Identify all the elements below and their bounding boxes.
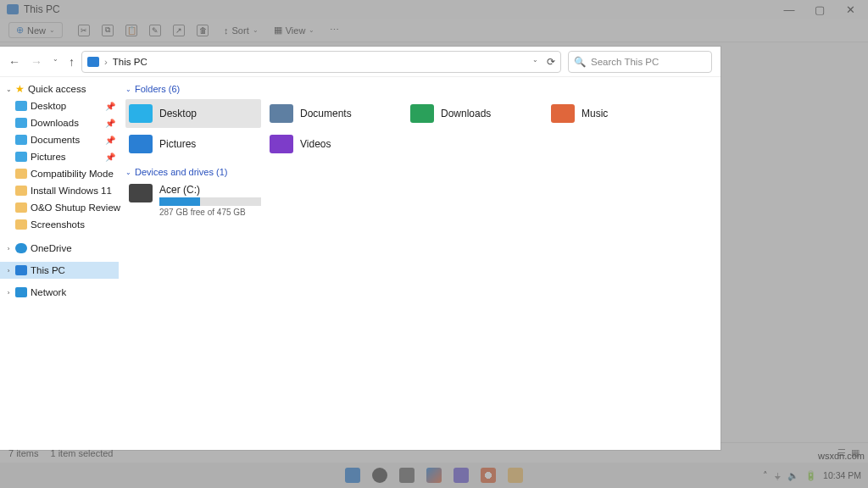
view-button[interactable]: ▦ View ⌄ [274, 25, 315, 36]
taskview-icon[interactable] [399, 468, 415, 483]
folder-large-icon [270, 135, 293, 153]
sidebar-item[interactable]: Compatibility Mode [0, 165, 119, 182]
folder-large-icon [129, 135, 153, 153]
sidebar-quick-access[interactable]: ⌄★ Quick access [0, 80, 119, 97]
folder-large-icon [270, 104, 293, 123]
minimize-button[interactable]: — [780, 3, 798, 16]
folder-icon [15, 101, 27, 111]
folder-icon [15, 202, 27, 213]
folder-item[interactable]: Pictures [125, 130, 261, 158]
thispc-icon [87, 57, 99, 67]
path-segment[interactable]: This PC [113, 57, 147, 67]
close-button[interactable]: ✕ [841, 3, 860, 16]
back-button[interactable]: ← [8, 55, 20, 69]
wifi-icon[interactable]: ⏚ [775, 470, 781, 480]
folder-large-icon [551, 104, 575, 123]
folder-large-icon [410, 104, 434, 123]
search-icon[interactable] [372, 468, 387, 483]
rename-icon[interactable]: ✎ [149, 25, 161, 36]
chat-icon[interactable] [453, 468, 469, 483]
folder-icon [15, 152, 27, 162]
pin-icon: 📌 [105, 119, 115, 128]
toolbar: ⊕ New ⌄ ✂ ⧉ 📋 ✎ ↗ 🗑 ↕ Sort ⌄ ▦ View ⌄ ⋯ [0, 19, 868, 42]
folder-large-icon [129, 104, 153, 123]
sidebar-item[interactable]: Desktop📌 [0, 97, 119, 114]
maximize-button[interactable]: ▢ [810, 3, 829, 16]
sidebar-thispc[interactable]: › This PC [0, 262, 119, 279]
clock[interactable]: 10:34 PM [823, 470, 861, 480]
pc-icon [15, 265, 27, 275]
folder-icon [15, 186, 27, 196]
network-icon [15, 287, 27, 297]
folder-icon [15, 169, 27, 179]
sidebar-item[interactable]: Pictures📌 [0, 148, 119, 165]
pin-icon: 📌 [105, 102, 115, 111]
titlebar: This PC — ▢ ✕ [0, 0, 868, 19]
pin-icon: 📌 [105, 136, 115, 145]
up-button[interactable]: ↑ [69, 55, 75, 69]
tray-chevron-icon[interactable]: ˄ [763, 470, 768, 480]
delete-icon[interactable]: 🗑 [197, 25, 209, 36]
watermark: wsxdn.com [818, 451, 865, 461]
pin-icon: 📌 [105, 152, 115, 162]
group-drives[interactable]: ⌄Devices and drives (1) [125, 167, 714, 177]
star-icon: ★ [15, 83, 25, 95]
cut-icon[interactable]: ✂ [78, 25, 90, 36]
sidebar-item[interactable]: Screenshots [0, 216, 119, 233]
folder-item[interactable]: Music [548, 99, 683, 128]
sidebar-item[interactable]: Documents📌 [0, 131, 119, 148]
folder-item[interactable]: Desktop [125, 99, 261, 128]
forward-button[interactable]: → [31, 55, 42, 69]
folder-item[interactable]: Videos [266, 130, 402, 158]
history-chevron-icon[interactable]: ⌄ [532, 56, 538, 68]
content: ⌄Folders (6) DesktopDocumentsDownloadsMu… [119, 77, 721, 450]
app-icon [7, 4, 19, 14]
start-icon[interactable] [345, 468, 360, 483]
folder-icon [15, 219, 27, 230]
copy-icon[interactable]: ⧉ [102, 25, 114, 36]
more-button[interactable]: ⋯ [330, 25, 339, 36]
battery-icon[interactable]: 🔋 [805, 470, 816, 481]
search-input[interactable]: 🔍 Search This PC [568, 51, 712, 73]
drive-item[interactable]: Acer (C:)287 GB free of 475 GB [125, 182, 261, 219]
sidebar: ⌄★ Quick access Desktop📌Downloads📌Docume… [0, 77, 119, 450]
new-button[interactable]: ⊕ New ⌄ [8, 22, 63, 38]
sidebar-item[interactable]: Install Windows 11 [0, 182, 119, 199]
address-bar[interactable]: › This PC ⌄ ⟳ [81, 51, 561, 73]
taskbar: ˄ ⏚ 🔈 🔋 10:34 PM [0, 463, 868, 488]
group-folders[interactable]: ⌄Folders (6) [125, 84, 714, 94]
sidebar-item[interactable]: O&O Shutup Review [0, 199, 119, 216]
folder-item[interactable]: Downloads [407, 99, 542, 128]
refresh-button[interactable]: ⟳ [547, 56, 555, 68]
sidebar-item[interactable]: Downloads📌 [0, 114, 119, 131]
folder-icon [15, 135, 27, 145]
share-icon[interactable]: ↗ [173, 25, 185, 36]
explorer-icon[interactable] [508, 468, 523, 483]
sidebar-network[interactable]: › Network [0, 284, 119, 301]
sort-button[interactable]: ↕ Sort ⌄ [224, 25, 259, 36]
chrome-icon[interactable] [481, 468, 496, 483]
search-icon: 🔍 [574, 56, 586, 68]
sidebar-onedrive[interactable]: › OneDrive [0, 240, 119, 257]
volume-icon[interactable]: 🔈 [787, 470, 798, 481]
paste-icon[interactable]: 📋 [125, 25, 137, 36]
widgets-icon[interactable] [426, 468, 442, 483]
cloud-icon [15, 243, 27, 253]
highlight-region: ← → ⌄ ↑ › This PC ⌄ ⟳ 🔍 Search This PC ⌄… [0, 47, 721, 450]
folder-item[interactable]: Documents [266, 99, 402, 128]
folder-icon [15, 118, 27, 128]
window-title: This PC [24, 3, 60, 15]
recent-chevron-icon[interactable]: ⌄ [53, 55, 58, 69]
drive-icon [129, 184, 153, 202]
